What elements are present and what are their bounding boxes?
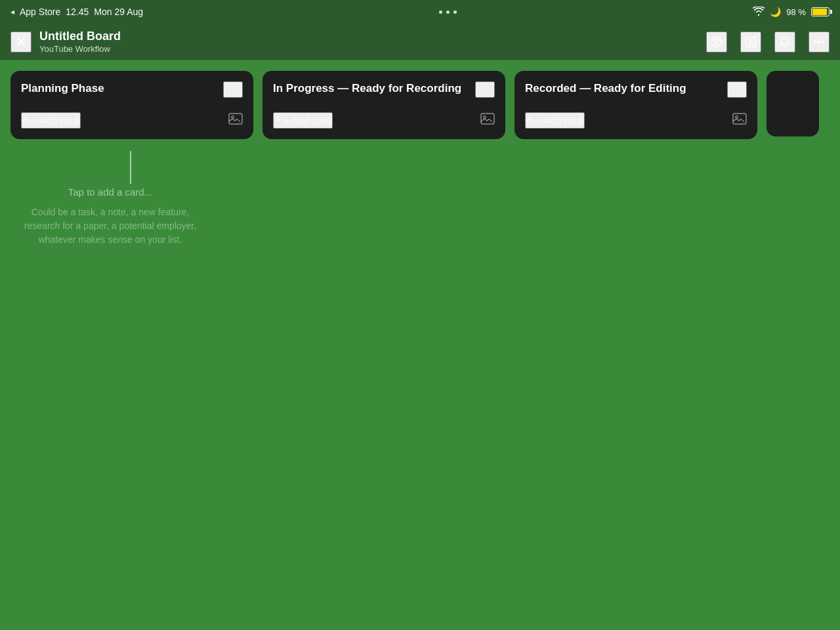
filter-button[interactable] xyxy=(706,32,727,52)
svg-point-12 xyxy=(484,116,486,119)
add-card-in-progress-button[interactable]: + + Add card xyxy=(273,112,333,129)
board-subtitle: YouTube Workflow xyxy=(39,44,121,54)
add-card-plus-icon2: + xyxy=(274,114,282,127)
svg-point-10 xyxy=(232,116,234,119)
column-ghost xyxy=(766,71,819,136)
status-bar-left: ◂ App Store 12.45 Mon 29 Aug xyxy=(10,7,143,17)
status-bar-center xyxy=(439,10,457,14)
bell-icon xyxy=(778,35,791,49)
dot1 xyxy=(439,10,442,14)
svg-point-8 xyxy=(822,41,824,43)
status-bar-right: 🌙 98 % xyxy=(753,7,830,18)
column-recorded: Recorded — Ready for Editing ··· + + Add… xyxy=(514,71,757,139)
svg-point-6 xyxy=(814,41,816,43)
svg-rect-11 xyxy=(481,114,494,124)
status-bar: ◂ App Store 12.45 Mon 29 Aug 🌙 98 % xyxy=(0,0,840,24)
image-upload-recorded-icon[interactable] xyxy=(732,113,747,128)
add-card-in-progress-label: + Add card xyxy=(284,115,331,126)
column-recorded-menu-button[interactable]: ··· xyxy=(727,81,747,98)
column-in-progress: In Progress — Ready for Recording ··· + … xyxy=(262,71,505,139)
column-planning-header: Planning Phase ··· xyxy=(10,71,253,106)
board-view-button[interactable] xyxy=(740,32,761,52)
svg-rect-5 xyxy=(752,37,756,47)
column-in-progress-header: In Progress — Ready for Recording ··· xyxy=(262,71,505,106)
column-recorded-title: Recorded — Ready for Editing xyxy=(525,81,727,96)
svg-point-7 xyxy=(818,41,820,43)
svg-rect-13 xyxy=(733,114,746,124)
add-card-recorded-label: + Add card xyxy=(536,115,583,126)
column-in-progress-title: In Progress — Ready for Recording xyxy=(273,81,475,96)
notification-button[interactable] xyxy=(774,32,795,52)
column-planning-title: Planning Phase xyxy=(21,81,223,96)
battery-icon xyxy=(811,7,830,16)
board-title-block: Untitled Board YouTube Workflow xyxy=(39,30,121,54)
battery-percent: 98 % xyxy=(786,7,806,17)
tooltip-tap-text: Tap to add a card... xyxy=(18,186,202,198)
dot3 xyxy=(453,10,457,14)
image-upload-planning-icon[interactable] xyxy=(228,113,243,128)
close-button[interactable]: ✕ xyxy=(10,32,32,52)
battery-fill xyxy=(812,9,827,15)
board-view-icon xyxy=(744,35,757,49)
board-title: Untitled Board xyxy=(39,30,121,44)
nav-left: ✕ Untitled Board YouTube Workflow xyxy=(10,30,121,54)
column-planning-menu-button[interactable]: ··· xyxy=(223,81,243,98)
image-upload-in-progress-icon[interactable] xyxy=(480,113,495,128)
tooltip-description: Could be a task, a note, a new feature, … xyxy=(18,205,202,247)
signal-arrow: ◂ xyxy=(10,7,14,16)
more-options-icon xyxy=(812,35,826,49)
moon-icon: 🌙 xyxy=(770,7,781,17)
column-planning: Planning Phase ··· + + Add card xyxy=(10,71,253,139)
add-card-planning-label: + Add card xyxy=(32,115,79,126)
battery-icon-container xyxy=(811,7,830,16)
nav-right xyxy=(706,32,830,52)
svg-point-14 xyxy=(736,116,738,119)
nav-bar: ✕ Untitled Board YouTube Workflow xyxy=(0,24,840,60)
time-display: 12.45 xyxy=(66,7,89,17)
board-content: Planning Phase ··· + + Add card In Progr… xyxy=(0,60,840,630)
date-display: Mon 29 Aug xyxy=(94,7,143,17)
tooltip-area: Tap to add a card... Could be a task, a … xyxy=(18,151,202,247)
tooltip-cursor xyxy=(130,151,131,184)
wifi-icon xyxy=(753,7,765,18)
svg-rect-4 xyxy=(746,37,750,47)
add-card-plus-icon3: + xyxy=(526,114,534,127)
svg-rect-9 xyxy=(229,114,242,124)
dot2 xyxy=(446,10,450,14)
filter-icon xyxy=(710,35,723,49)
column-planning-footer: + + Add card xyxy=(10,106,253,139)
column-in-progress-footer: + + Add card xyxy=(262,106,505,139)
column-recorded-header: Recorded — Ready for Editing ··· xyxy=(514,71,757,106)
add-card-plus-icon: + xyxy=(22,114,30,127)
app-store-label: App Store xyxy=(20,7,60,17)
add-card-recorded-button[interactable]: + + Add card xyxy=(525,112,585,129)
add-card-planning-button[interactable]: + + Add card xyxy=(21,112,81,129)
more-options-button[interactable] xyxy=(808,32,830,52)
column-in-progress-menu-button[interactable]: ··· xyxy=(475,81,495,98)
column-recorded-footer: + + Add card xyxy=(514,106,757,139)
